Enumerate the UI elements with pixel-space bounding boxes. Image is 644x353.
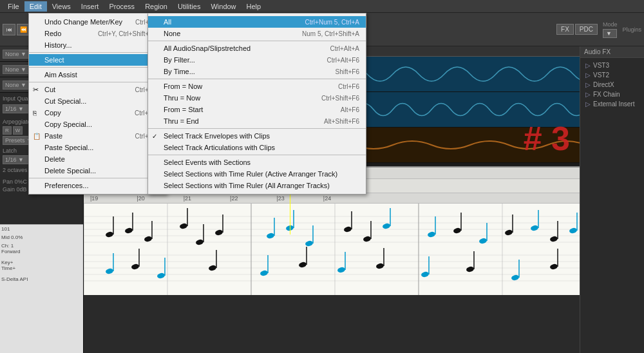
menu-edit[interactable]: Edit [24, 1, 47, 12]
undo-item[interactable]: Undo Change Meter/Key Ctrl+Z [29, 16, 166, 28]
separator-3 [29, 82, 166, 82]
copy-special-item[interactable]: Copy Special... [29, 119, 166, 130]
plugin-fx-chain[interactable]: ▷ FX Chain [583, 90, 641, 99]
select-all-item[interactable]: All Ctrl+Num 5, Ctrl+A [148, 16, 366, 28]
rewind-button[interactable]: ⏮ [3, 24, 15, 35]
svg-point-25 [195, 239, 204, 246]
select-sections-time-all-label: Select Sections with Time Ruler (All Arr… [164, 182, 330, 189]
select-none-shortcut: Num 5, Ctrl+Shift+A [302, 30, 359, 37]
select-none-item[interactable]: None Num 5, Ctrl+Shift+A [148, 28, 366, 39]
select-bytime-label: By Time... [164, 68, 195, 75]
svg-point-59 [156, 272, 166, 280]
separator-2 [29, 67, 166, 68]
hash-3-label: # 3 [524, 119, 570, 158]
menu-file[interactable]: File [3, 1, 24, 12]
svg-point-65 [298, 262, 307, 269]
cut-special-item[interactable]: Cut Special... [29, 95, 166, 107]
select-submenu: All Ctrl+Num 5, Ctrl+A None Num 5, Ctrl+… [147, 13, 366, 195]
prev-button[interactable]: ⏪ [17, 24, 30, 35]
w-button[interactable]: W [13, 126, 23, 135]
history-item[interactable]: History... [29, 39, 166, 51]
svg-point-75 [511, 274, 520, 281]
redo-item[interactable]: Redo Ctrl+Y, Ctrl+Shift+Z [29, 28, 166, 39]
svg-point-35 [343, 226, 352, 233]
delete-special-label: Delete Special... [44, 167, 96, 175]
menu-views[interactable]: Views [47, 1, 76, 12]
piano-left: 101 Mid 0.0% Ch: 1 Forward Key+ Time+ S-… [0, 224, 83, 353]
edit-menu: Undo Change Meter/Key Ctrl+Z Redo Ctrl+Y… [28, 13, 167, 195]
svg-point-29 [266, 233, 275, 240]
select-sections-time-active-label: Select Sections with Time Ruler (Active … [164, 170, 337, 178]
select-from-start-item[interactable]: From = Start Alt+F6 [148, 104, 366, 115]
preferences-item[interactable]: Preferences... P [29, 180, 166, 191]
menu-region[interactable]: Region [140, 1, 173, 12]
plugin-vst2[interactable]: ▷ VST2 [583, 70, 641, 80]
aim-assist-item[interactable]: Aim Assist ▶ [29, 69, 166, 81]
menu-help[interactable]: Help [242, 1, 267, 12]
paste-icon: 📋 [33, 133, 41, 140]
select-events-sections-item[interactable]: Select Events with Sections [148, 157, 366, 168]
svg-point-33 [305, 240, 314, 247]
select-from-now-shortcut: Ctrl+F6 [338, 83, 359, 90]
select-thru-now-label: Thru = Now [164, 94, 200, 102]
none-select-2[interactable]: None ▼ [3, 65, 29, 74]
copy-special-label: Copy Special... [44, 120, 92, 128]
menu-utilities[interactable]: Utilities [173, 1, 205, 12]
select-thru-now-item[interactable]: Thru = Now Ctrl+Shift+F6 [148, 92, 366, 104]
svg-point-31 [285, 225, 294, 232]
paste-special-item[interactable]: Paste Special... [29, 142, 166, 153]
svg-point-69 [375, 263, 384, 270]
copy-item[interactable]: ⎘ Copy Ctrl+C [29, 107, 166, 119]
select-from-now-item[interactable]: From = Now Ctrl+F6 [148, 81, 366, 92]
select-sections-time-active-item[interactable]: Select Sections with Time Ruler (Active … [148, 168, 366, 180]
select-sections-time-all-item[interactable]: Select Sections with Time Ruler (All Arr… [148, 180, 366, 191]
plugin-arrow-dx: ▷ [585, 81, 591, 88]
sub-sep-4 [148, 155, 366, 155]
none-select-3[interactable]: None ▼ [3, 81, 29, 90]
menubar: File Edit Views Insert Process Region Ut… [0, 0, 644, 13]
svg-point-71 [421, 271, 430, 278]
select-track-env-icon: ✓ [152, 133, 157, 140]
delete-item[interactable]: Delete [29, 153, 166, 165]
plugin-vst3[interactable]: ▷ VST3 [583, 61, 641, 70]
svg-point-43 [453, 227, 462, 234]
mode-value[interactable]: ▼ [603, 29, 618, 38]
select-audiosnap-label: All AudioSnap/Slipstretched [164, 44, 251, 52]
svg-point-27 [214, 229, 223, 236]
pdc-button[interactable]: PDC [575, 24, 598, 35]
fx-button[interactable]: FX [556, 24, 574, 35]
select-byfilter-item[interactable]: By Filter... Ctrl+Alt+F6 [148, 54, 366, 66]
delete-special-item[interactable]: Delete Special... [29, 165, 166, 176]
paste-item[interactable]: 📋 Paste Ctrl+V [29, 130, 166, 142]
select-thru-end-label: Thru = End [164, 117, 199, 125]
paste-special-label: Paste Special... [44, 144, 93, 151]
plugin-ext-insert[interactable]: ▷ External Insert [583, 99, 641, 109]
select-from-start-shortcut: Alt+F6 [341, 106, 359, 113]
select-none-label: None [164, 30, 180, 37]
select-item[interactable]: Select ▶ [29, 54, 166, 66]
select-thru-end-item[interactable]: Thru = End Alt+Shift+F6 [148, 115, 366, 127]
select-byfilter-label: By Filter... [164, 56, 195, 64]
select-track-env-label: Select Track Envelopes with Clips [164, 132, 270, 140]
menu-insert[interactable]: Insert [76, 1, 104, 12]
select-track-env-item[interactable]: ✓ Select Track Envelopes with Clips [148, 130, 366, 142]
rw-button[interactable]: R [3, 126, 12, 135]
audio-fx-header: Audio FX [580, 46, 644, 58]
select-audiosnap-item[interactable]: All AudioSnap/Slipstretched Ctrl+Alt+A [148, 43, 366, 54]
select-thru-end-shortcut: Alt+Shift+F6 [324, 118, 359, 125]
svg-point-39 [382, 223, 391, 230]
menu-process[interactable]: Process [104, 1, 140, 12]
right-panel: Audio FX ▷ VST3 ▷ VST2 ▷ DirectX ▷ FX Ch… [580, 46, 644, 353]
delete-label: Delete [44, 155, 65, 163]
select-bytime-item[interactable]: By Time... Shift+F6 [148, 66, 366, 77]
plugin-arrow-vst3: ▷ [585, 62, 591, 69]
sub-sep-1 [148, 41, 366, 41]
menu-window[interactable]: Window [205, 1, 241, 12]
none-select-1[interactable]: None ▼ [3, 50, 29, 59]
cut-item[interactable]: ✂ Cut Ctrl+X [29, 84, 166, 95]
select-bytime-shortcut: Shift+F6 [335, 68, 359, 75]
select-track-art-item[interactable]: Select Track Articulations with Clips [148, 142, 366, 153]
plugin-arrow-vst2: ▷ [585, 72, 591, 79]
plugin-directx[interactable]: ▷ DirectX [583, 80, 641, 90]
svg-point-57 [131, 263, 140, 271]
